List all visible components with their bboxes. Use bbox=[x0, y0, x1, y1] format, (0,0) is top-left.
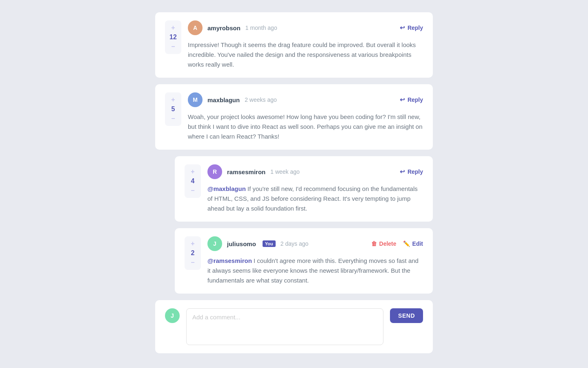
vote-count-3: 4 bbox=[191, 177, 195, 185]
reply-icon-1: ↩ bbox=[400, 24, 405, 31]
vote-up-4[interactable]: + bbox=[189, 240, 196, 248]
avatar-4: J bbox=[207, 236, 222, 251]
comment-card-2: + 5 − M maxblagun 2 weeks ago ↩ Reply Wo… bbox=[155, 84, 433, 150]
username-2: maxblagun bbox=[207, 96, 240, 103]
vote-section-4: + 2 − bbox=[185, 236, 201, 270]
reply-icon-3: ↩ bbox=[400, 168, 405, 175]
mention-4: @ramsesmiron bbox=[207, 257, 252, 264]
comment-card-4: + 2 − J juliusomo You 2 days ago 🗑 Delet… bbox=[175, 228, 433, 294]
reply-button-2[interactable]: ↩ Reply bbox=[400, 96, 423, 103]
username-1: amyrobson bbox=[207, 25, 241, 31]
vote-up-2[interactable]: + bbox=[169, 96, 176, 104]
vote-count-2: 5 bbox=[172, 105, 175, 113]
main-content: + 12 − A amyrobson 1 month ago ↩ Reply I… bbox=[0, 0, 588, 368]
action-buttons-4: 🗑 Delete ✏️ Edit bbox=[371, 240, 423, 247]
vote-down-3[interactable]: − bbox=[189, 186, 196, 195]
comment-body-3: R ramsesmiron 1 week ago ↩ Reply @maxbla… bbox=[207, 164, 423, 213]
vote-section-1: + 12 − bbox=[165, 20, 181, 54]
comment-header-2: M maxblagun 2 weeks ago ↩ Reply bbox=[188, 92, 423, 107]
timestamp-4: 2 days ago bbox=[281, 240, 309, 247]
edit-button-4[interactable]: ✏️ Edit bbox=[403, 240, 423, 247]
comment-text-4: @ramsesmiron I couldn't agree more with … bbox=[207, 256, 423, 285]
add-comment-card: J SEND bbox=[155, 300, 433, 353]
delete-button-4[interactable]: 🗑 Delete bbox=[371, 240, 396, 247]
comment-body-2: M maxblagun 2 weeks ago ↩ Reply Woah, yo… bbox=[188, 92, 423, 141]
comment-card-3: + 4 − R ramsesmiron 1 week ago ↩ Reply @… bbox=[175, 156, 433, 222]
timestamp-2: 2 weeks ago bbox=[245, 96, 277, 103]
avatar-1: A bbox=[188, 20, 203, 35]
comment-input[interactable] bbox=[186, 308, 383, 345]
comment-card-1: + 12 − A amyrobson 1 month ago ↩ Reply I… bbox=[155, 12, 433, 78]
comment-text-3: @maxblagun If you're still new, I'd reco… bbox=[207, 184, 423, 213]
vote-down-2[interactable]: − bbox=[169, 114, 176, 123]
username-4: juliusomo bbox=[227, 240, 256, 247]
trash-icon: 🗑 bbox=[371, 240, 377, 247]
comment-header-4: J juliusomo You 2 days ago 🗑 Delete ✏️ E… bbox=[207, 236, 423, 251]
reply-label-1: Reply bbox=[408, 25, 423, 31]
timestamp-3: 1 week ago bbox=[270, 168, 300, 175]
avatar-2: M bbox=[188, 92, 203, 107]
reply-label-2: Reply bbox=[408, 96, 423, 103]
delete-label: Delete bbox=[379, 240, 396, 247]
timestamp-1: 1 month ago bbox=[245, 25, 277, 31]
avatar-3: R bbox=[207, 164, 222, 179]
current-user-avatar: J bbox=[165, 308, 180, 323]
vote-section-2: + 5 − bbox=[165, 92, 181, 126]
reply-button-3[interactable]: ↩ Reply bbox=[400, 168, 423, 175]
reply-label-3: Reply bbox=[408, 168, 423, 175]
vote-count-4: 2 bbox=[191, 249, 195, 257]
reply-icon-2: ↩ bbox=[400, 96, 405, 103]
comment-body-1: A amyrobson 1 month ago ↩ Reply Impressi… bbox=[188, 20, 423, 70]
username-3: ramsesmiron bbox=[227, 168, 265, 175]
vote-down-1[interactable]: − bbox=[169, 43, 176, 51]
comment-text-2: Woah, your project looks awesome! How lo… bbox=[188, 112, 423, 141]
you-badge-4: You bbox=[263, 240, 276, 247]
reply-button-1[interactable]: ↩ Reply bbox=[400, 24, 423, 31]
comment-header-1: A amyrobson 1 month ago ↩ Reply bbox=[188, 20, 423, 35]
vote-up-1[interactable]: + bbox=[169, 24, 176, 32]
pencil-icon: ✏️ bbox=[403, 240, 410, 247]
comment-text-1: Impressive! Though it seems the drag fea… bbox=[188, 40, 423, 70]
vote-section-3: + 4 − bbox=[185, 164, 201, 198]
send-button[interactable]: SEND bbox=[390, 308, 423, 323]
vote-up-3[interactable]: + bbox=[189, 168, 196, 176]
vote-down-4[interactable]: − bbox=[189, 258, 196, 267]
comment-body-4: J juliusomo You 2 days ago 🗑 Delete ✏️ E… bbox=[207, 236, 423, 285]
comments-container: + 12 − A amyrobson 1 month ago ↩ Reply I… bbox=[155, 12, 433, 353]
edit-label: Edit bbox=[412, 240, 423, 247]
comment-header-3: R ramsesmiron 1 week ago ↩ Reply bbox=[207, 164, 423, 179]
mention-3: @maxblagun bbox=[207, 185, 246, 192]
vote-count-1: 12 bbox=[169, 34, 177, 41]
